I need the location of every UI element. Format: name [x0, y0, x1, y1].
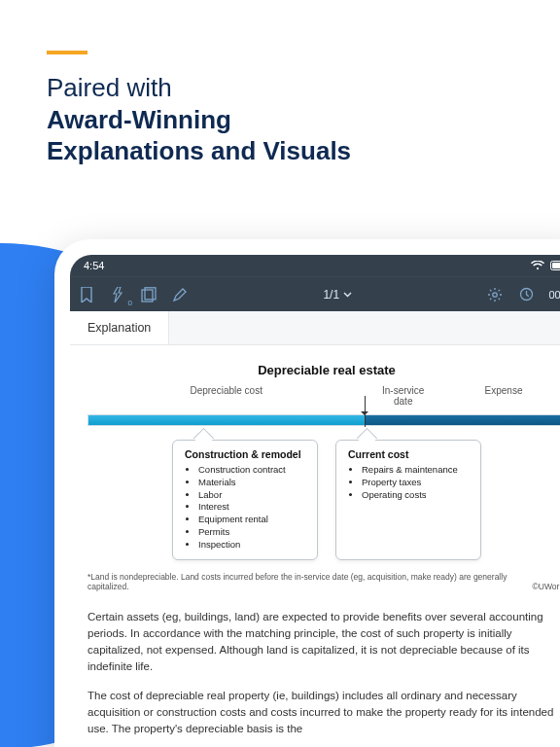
explanation-body: Certain assets (eg, buildings, land) are…: [70, 599, 560, 747]
header-depreciable-cost: Depreciable cost: [88, 385, 365, 407]
tab-explanation[interactable]: Explanation: [70, 311, 169, 344]
status-time: 4:54: [84, 260, 104, 271]
list-item: Inspection: [198, 539, 305, 551]
gear-icon[interactable]: [486, 286, 504, 303]
header-in-service-2: date: [365, 396, 441, 407]
accent-bar: [47, 51, 88, 54]
callout-right-title: Current cost: [348, 448, 469, 460]
list-item: Permits: [198, 526, 305, 539]
battery-icon: [550, 261, 560, 270]
hero-heading: Paired with Award-Winning Explanations a…: [47, 72, 521, 167]
list-item: Property taxes: [362, 477, 469, 489]
bookmark-icon[interactable]: [78, 286, 95, 303]
clock-icon[interactable]: [517, 286, 535, 303]
tablet-screen: 4:54 0: [70, 255, 560, 747]
page-indicator[interactable]: 1/1: [323, 288, 352, 302]
timer-value: 00:42: [548, 289, 560, 301]
app-toolbar: 0 1/1: [70, 276, 560, 311]
hero-line2: Award-Winning: [47, 104, 521, 136]
paragraph-1: Certain assets (eg, buildings, land) are…: [88, 609, 560, 676]
callout-left-title: Construction & remodel: [185, 448, 305, 460]
in-service-marker: [365, 396, 366, 427]
callout-current-cost: Current cost Repairs & maintenance Prope…: [335, 440, 481, 560]
bar-expense: [365, 415, 560, 425]
hero-block: Paired with Award-Winning Explanations a…: [0, 0, 560, 167]
list-item: Interest: [198, 501, 305, 514]
diagram-footnote-row: *Land is nondepreciable. Land costs incu…: [88, 572, 560, 591]
callout-construction: Construction & remodel Construction cont…: [172, 440, 318, 560]
status-bar: 4:54: [70, 255, 560, 276]
highlighter-icon[interactable]: [171, 286, 189, 303]
list-item: Construction contract: [198, 464, 305, 477]
callout-left-list: Construction contract Materials Labor In…: [185, 464, 305, 551]
header-expense: Expense: [441, 385, 560, 407]
copyright: ©UWorld: [533, 582, 560, 591]
bar-depreciable: [88, 415, 365, 425]
content-area: Explanation Depreciable real estate Depr…: [70, 311, 560, 747]
footnote-text: *Land is nondepreciable. Land costs incu…: [88, 572, 515, 591]
flashcard-icon[interactable]: 0: [109, 286, 126, 303]
hero-line3: Explanations and Visuals: [47, 135, 521, 167]
timeline-bar: [88, 414, 560, 426]
chevron-down-icon: [343, 292, 352, 298]
diagram-title: Depreciable real estate: [88, 363, 560, 377]
paragraph-2: The cost of depreciable real property (i…: [88, 688, 560, 738]
list-item: Equipment rental: [198, 514, 305, 526]
callout-right-list: Repairs & maintenance Property taxes Ope…: [348, 464, 469, 501]
diagram: Depreciable real estate Depreciable cost…: [70, 345, 560, 599]
header-in-service-1: In-service: [365, 385, 441, 396]
list-item: Labor: [198, 489, 305, 502]
flash-badge: 0: [128, 299, 132, 307]
tab-row: Explanation: [70, 311, 560, 345]
hero-line1: Paired with: [47, 73, 172, 102]
svg-rect-1: [552, 263, 560, 268]
list-item: Repairs & maintenance: [362, 464, 469, 477]
wifi-icon: [531, 261, 544, 270]
diagram-header: Depreciable cost In-service date Expense: [88, 385, 560, 407]
notes-icon[interactable]: [140, 286, 158, 303]
list-item: Materials: [198, 477, 305, 489]
tablet-frame: 4:54 0: [54, 239, 560, 747]
list-item: Operating costs: [362, 489, 469, 502]
svg-point-5: [493, 292, 497, 296]
